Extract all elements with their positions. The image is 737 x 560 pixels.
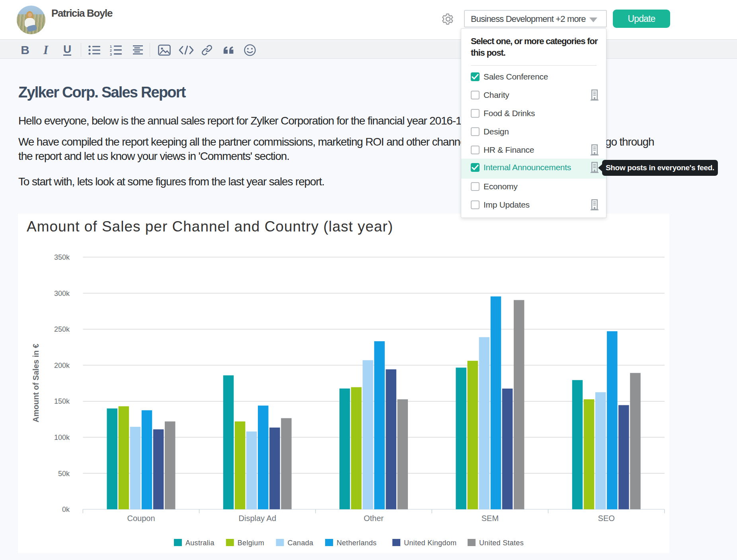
- svg-text:Amount of Sales per Channel an: Amount of Sales per Channel and Country …: [27, 218, 393, 235]
- svg-text:United Kingdom: United Kingdom: [404, 539, 456, 547]
- svg-text:United States: United States: [479, 539, 524, 547]
- svg-text:Coupon: Coupon: [127, 514, 155, 523]
- svg-text:Display Ad: Display Ad: [239, 514, 277, 523]
- svg-text:3: 3: [110, 52, 112, 56]
- svg-text:100k: 100k: [54, 434, 70, 441]
- svg-text:50k: 50k: [58, 470, 70, 478]
- svg-text:200k: 200k: [54, 362, 70, 369]
- svg-text:Other: Other: [364, 514, 384, 523]
- svg-text:Australia: Australia: [185, 539, 214, 547]
- svg-text:2: 2: [110, 49, 112, 52]
- svg-text:150k: 150k: [54, 397, 70, 405]
- svg-text:Netherlands: Netherlands: [337, 539, 376, 547]
- svg-text:0k: 0k: [62, 506, 70, 513]
- svg-text:SEO: SEO: [598, 514, 615, 523]
- svg-text:Canada: Canada: [288, 539, 314, 547]
- svg-text:Belgium: Belgium: [238, 539, 264, 547]
- svg-text:SEM: SEM: [482, 514, 499, 523]
- svg-text:350k: 350k: [54, 253, 70, 261]
- svg-text:1: 1: [110, 45, 112, 49]
- svg-text:250k: 250k: [54, 325, 70, 333]
- svg-text:300k: 300k: [54, 290, 70, 298]
- svg-text:Amount of Sales in €: Amount of Sales in €: [31, 344, 40, 422]
